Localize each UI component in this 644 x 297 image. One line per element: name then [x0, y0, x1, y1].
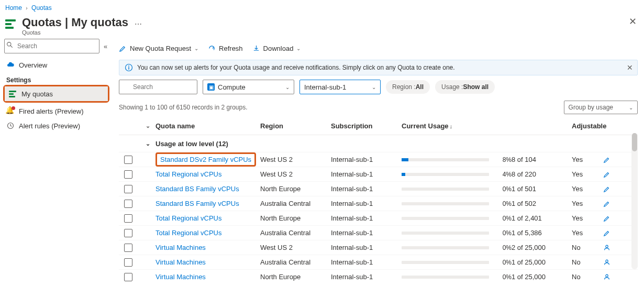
- refresh-button[interactable]: Refresh: [208, 45, 243, 52]
- scrollbar[interactable]: [631, 133, 638, 269]
- row-action[interactable]: [603, 171, 619, 178]
- expand-all-chevron[interactable]: ⌄: [140, 123, 156, 129]
- breadcrumb-home[interactable]: Home: [5, 4, 22, 12]
- row-action[interactable]: [603, 273, 619, 281]
- usage-percent: 0%: [493, 259, 512, 266]
- dropdown-value: Internal-sub-1: [304, 83, 346, 91]
- quota-link[interactable]: Total Regional vCPUs: [156, 229, 221, 237]
- download-button[interactable]: Download ⌄: [252, 45, 301, 52]
- row-checkbox[interactable]: [124, 170, 132, 179]
- table-row[interactable]: Standard BS Family vCPUsAustralia Centra…: [119, 196, 638, 211]
- filter-bar: ▣ Compute ⌄ Internal-sub-1 ⌄ Region : Al…: [119, 80, 638, 94]
- usage-percent: 0%: [493, 273, 512, 281]
- table-row[interactable]: Virtual MachinesWest US 2Internal-sub-10…: [119, 240, 638, 255]
- new-quota-request-button[interactable]: New Quota Request ⌄: [119, 45, 198, 52]
- usage-filter-pill[interactable]: Usage : Show all: [435, 80, 495, 94]
- row-checkbox[interactable]: [124, 214, 132, 223]
- breadcrumb: Home › Quotas: [0, 0, 644, 14]
- user-icon[interactable]: [603, 259, 610, 266]
- chevron-down-icon: ⌄: [285, 84, 290, 90]
- cell-usage: 0%: [402, 215, 512, 222]
- quota-link[interactable]: Virtual Machines: [156, 258, 206, 266]
- cell-usage: 0%: [402, 185, 512, 193]
- row-action[interactable]: [603, 185, 619, 193]
- svg-line-1: [10, 46, 12, 47]
- alert-rules-icon: [6, 122, 15, 130]
- pencil-icon[interactable]: [603, 185, 610, 193]
- row-checkbox[interactable]: [124, 156, 132, 164]
- quota-link[interactable]: Total Regional vCPUs: [156, 170, 221, 178]
- quota-link[interactable]: Standard DSv2 Family vCPUs: [160, 156, 251, 163]
- group-row[interactable]: ⌄ Usage at low level (12): [119, 135, 638, 152]
- cell-subscription: Internal-sub-1: [331, 273, 402, 281]
- breadcrumb-current[interactable]: Quotas: [31, 4, 52, 12]
- pencil-icon[interactable]: [603, 200, 610, 207]
- scrollbar-thumb[interactable]: [632, 133, 637, 151]
- col-quota-name[interactable]: Quota name: [156, 122, 260, 130]
- pencil-icon[interactable]: [603, 171, 610, 178]
- category-dropdown[interactable]: ▣ Compute ⌄: [203, 80, 294, 94]
- row-action[interactable]: [603, 229, 619, 237]
- more-actions[interactable]: ⋯: [135, 20, 143, 28]
- cell-region: Australia Central: [260, 229, 331, 237]
- row-checkbox[interactable]: [124, 200, 132, 208]
- row-checkbox[interactable]: [124, 185, 132, 193]
- sidebar-item-my-quotas[interactable]: My quotas: [5, 86, 108, 101]
- table-row[interactable]: Standard BS Family vCPUsNorth EuropeInte…: [119, 181, 638, 196]
- pencil-icon[interactable]: [603, 229, 610, 237]
- row-action[interactable]: [603, 259, 619, 266]
- table-row[interactable]: Total Regional vCPUsAustralia CentralInt…: [119, 225, 638, 240]
- user-icon[interactable]: [603, 273, 610, 281]
- quota-link[interactable]: Total Regional vCPUs: [156, 214, 221, 222]
- sort-down-icon: ↓: [450, 123, 453, 129]
- row-action[interactable]: [603, 200, 619, 207]
- row-checkbox[interactable]: [124, 258, 132, 267]
- region-filter-pill[interactable]: Region : All: [386, 80, 430, 94]
- col-current-usage[interactable]: Current Usage↓: [402, 122, 512, 130]
- sidebar-item-overview[interactable]: Overview: [2, 58, 110, 72]
- row-action[interactable]: [603, 244, 619, 251]
- row-checkbox[interactable]: [124, 244, 132, 252]
- table-row[interactable]: Standard DSv2 Family vCPUsWest US 2Inter…: [119, 152, 638, 167]
- sidebar-item-alert-rules[interactable]: Alert rules (Preview): [2, 118, 110, 133]
- row-checkbox[interactable]: [124, 273, 132, 281]
- filter-search-input[interactable]: [119, 80, 197, 94]
- chevron-down-icon: ⌄: [296, 46, 301, 51]
- subscription-dropdown[interactable]: Internal-sub-1 ⌄: [299, 80, 381, 94]
- cell-adjustable: No: [572, 273, 603, 281]
- cell-subscription: Internal-sub-1: [331, 258, 402, 266]
- quota-link[interactable]: Virtual Machines: [156, 273, 206, 281]
- col-subscription[interactable]: Subscription: [331, 122, 402, 130]
- sidebar-section-settings: Settings: [2, 72, 110, 86]
- table-row[interactable]: Virtual MachinesAustralia CentralInterna…: [119, 255, 638, 269]
- table-row[interactable]: Virtual MachinesNorth EuropeInternal-sub…: [119, 269, 638, 284]
- cell-adjustable: Yes: [572, 214, 603, 222]
- sidebar-search-input[interactable]: [4, 39, 99, 53]
- svg-point-4: [128, 65, 129, 67]
- pill-value: All: [416, 83, 424, 91]
- user-icon[interactable]: [603, 244, 610, 251]
- cell-adjustable: No: [572, 244, 603, 251]
- banner-dismiss-button[interactable]: ✕: [627, 63, 633, 72]
- group-by-dropdown[interactable]: Group by usage ⌄: [564, 101, 638, 114]
- cell-subscription: Internal-sub-1: [331, 214, 402, 222]
- row-action[interactable]: [603, 215, 619, 222]
- quota-link[interactable]: Standard BS Family vCPUs: [156, 185, 239, 193]
- col-region[interactable]: Region: [260, 122, 331, 130]
- usage-bar: [402, 173, 489, 176]
- row-checkbox[interactable]: [124, 229, 132, 237]
- breadcrumb-sep: ›: [26, 5, 27, 11]
- close-button[interactable]: ✕: [629, 16, 637, 27]
- toolbar-label: New Quota Request: [130, 45, 191, 52]
- quota-link[interactable]: Standard BS Family vCPUs: [156, 200, 239, 207]
- collapse-sidebar-button[interactable]: «: [103, 39, 108, 53]
- table-row[interactable]: Total Regional vCPUsWest US 2Internal-su…: [119, 167, 638, 181]
- col-adjustable[interactable]: Adjustable: [572, 122, 603, 130]
- table-row[interactable]: Total Regional vCPUsNorth EuropeInternal…: [119, 211, 638, 225]
- pencil-icon[interactable]: [603, 156, 610, 163]
- quota-link[interactable]: Virtual Machines: [156, 244, 206, 251]
- row-action[interactable]: [603, 156, 619, 163]
- pencil-icon[interactable]: [603, 215, 610, 222]
- sidebar-item-fired-alerts[interactable]: Fired alerts (Preview): [2, 104, 110, 118]
- compute-icon: ▣: [207, 83, 215, 91]
